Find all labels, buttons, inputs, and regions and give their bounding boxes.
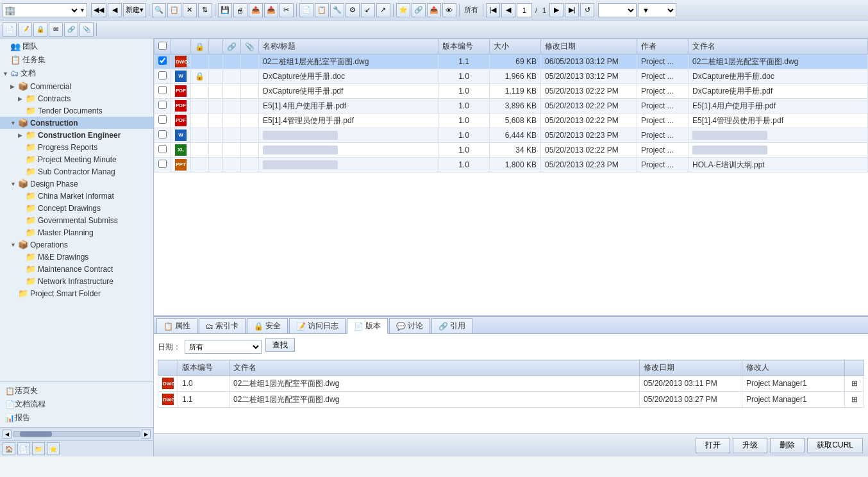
print-btn[interactable]: 🖨: [233, 3, 247, 17]
tab-access-log[interactable]: 📝 访问日志: [289, 318, 346, 333]
view-btn[interactable]: 👁: [442, 3, 456, 17]
sidebar-item-subcontractor[interactable]: 📁 Sub Contractor Manag: [0, 165, 153, 178]
open-btn[interactable]: 打开: [696, 438, 730, 453]
upgrade-btn[interactable]: 升级: [733, 438, 767, 453]
copy2-btn[interactable]: 📄: [299, 3, 313, 17]
version-search-btn[interactable]: 查找: [265, 338, 295, 352]
cut-btn[interactable]: ✂: [280, 3, 294, 17]
col-name[interactable]: 名称/标题: [259, 39, 438, 54]
sidebar-item-commercial[interactable]: ▶ 📦 Commercial: [0, 80, 153, 92]
tab-security[interactable]: 🔒 安全: [247, 318, 288, 333]
row-checkbox[interactable]: [158, 145, 167, 153]
page-input[interactable]: 1: [517, 3, 532, 17]
col-filename[interactable]: 文件名: [689, 39, 868, 54]
config-btn[interactable]: ⚙: [346, 3, 360, 17]
sidebar-item-gov[interactable]: 📁 Governmental Submiss: [0, 214, 153, 226]
nav-prev-btn[interactable]: ◀: [108, 3, 122, 17]
cell-checkbox[interactable]: [154, 143, 171, 158]
sidebar-item-network[interactable]: 📁 Network Infrastructure: [0, 275, 153, 287]
cell-checkbox[interactable]: [154, 158, 171, 172]
cell-name[interactable]: E5[1].4管理员使用手册.pdf: [259, 113, 438, 128]
row-checkbox[interactable]: [158, 71, 167, 80]
tools-btn[interactable]: 🔧: [330, 3, 344, 17]
cell-name[interactable]: E5[1].4用户使用手册.pdf: [259, 99, 438, 113]
table-row[interactable]: W 🔒 DxCapture使用手册.doc 1.0 1,966 KB 05/20…: [154, 69, 868, 84]
table-row[interactable]: PDF E5[1].4管理员使用手册.pdf 1.0 5,608 KB 05/2…: [154, 113, 868, 128]
table-row[interactable]: PDF E5[1].4用户使用手册.pdf 1.0 3,896 KB 05/20…: [154, 99, 868, 113]
row-checkbox[interactable]: [158, 101, 167, 109]
path-select[interactable]: Construction: [15, 4, 79, 17]
cell-name[interactable]: DxCapture使用手册.pdf: [259, 84, 438, 99]
paste-btn[interactable]: 📋: [315, 3, 329, 17]
tb2-send-btn[interactable]: ✉: [49, 22, 63, 37]
row-checkbox[interactable]: [158, 86, 167, 94]
last-page-btn[interactable]: ▶|: [565, 3, 579, 17]
footer-doc-btn[interactable]: 📄: [17, 442, 30, 455]
tb2-attach-btn[interactable]: 📎: [79, 22, 94, 37]
table-row[interactable]: DWG 02二桩组1层光配室平面图.dwg 1.1 69 KB 06/05/20…: [154, 54, 868, 69]
cell-checkbox[interactable]: [154, 99, 171, 113]
tb2-lock-btn[interactable]: 🔒: [33, 22, 47, 37]
scroll-right-btn[interactable]: ▶: [142, 430, 151, 439]
file-list-container[interactable]: 🔒 🔗 📎 名称/标题 版本编号 大小 修改日期 作者 文件名 DWG: [154, 38, 868, 315]
sort-btn[interactable]: ⇅: [198, 3, 212, 17]
upload-btn[interactable]: 📤: [249, 3, 263, 17]
col-version[interactable]: 版本编号: [438, 39, 490, 54]
sidebar-item-mne[interactable]: 📁 M&E Drawings: [0, 251, 153, 263]
sidebar-item-meeting[interactable]: 📁 Project Meeting Minute: [0, 153, 153, 165]
sidebar-item-activities[interactable]: 📋 活页夹: [3, 384, 151, 398]
cell-checkbox[interactable]: [154, 113, 171, 128]
first-page-btn[interactable]: |◀: [486, 3, 500, 17]
delete-file-btn[interactable]: 删除: [770, 438, 805, 453]
tb2-prop-btn[interactable]: 📄: [3, 22, 17, 37]
cell-checkbox[interactable]: [154, 54, 171, 69]
sidebar-item-reports[interactable]: 📊 报告: [3, 411, 151, 424]
star-btn[interactable]: ⭐: [396, 3, 410, 17]
col-size[interactable]: 大小: [490, 39, 541, 54]
scrollbar-track[interactable]: [13, 431, 140, 437]
sidebar-item-docs[interactable]: ▼ 🗂 文档: [0, 67, 153, 80]
select-all-checkbox[interactable]: [158, 42, 167, 50]
cell-name[interactable]: DxCapture使用手册.doc: [259, 69, 438, 84]
row-checkbox[interactable]: [158, 115, 167, 124]
sidebar-item-smartfolder[interactable]: 📁 Project Smart Folder: [0, 287, 153, 299]
cell-checkbox[interactable]: [154, 128, 171, 143]
nav-back-btn[interactable]: ◀◀: [91, 3, 106, 17]
sidebar-item-team[interactable]: 👥 团队: [0, 40, 153, 53]
tab-index[interactable]: 🗂 索引卡: [199, 318, 246, 333]
checkout-btn[interactable]: ↗: [376, 3, 390, 17]
scroll-left-btn[interactable]: ◀: [3, 430, 12, 439]
sidebar-item-workflow[interactable]: 📄 文档流程: [3, 398, 151, 411]
filter-select[interactable]: 所有: [598, 3, 637, 17]
table-row[interactable]: W 1.0 6,444 KB 05/20/2013 02:23 PM Proje…: [154, 128, 868, 143]
sidebar-item-master[interactable]: 📁 Master Planning: [0, 226, 153, 238]
tab-reference[interactable]: 🔗 引用: [431, 318, 472, 333]
cell-checkbox[interactable]: [154, 84, 171, 99]
delete-btn[interactable]: ✕: [183, 3, 197, 17]
download-btn[interactable]: 📥: [264, 3, 278, 17]
copy-btn[interactable]: 📋: [167, 3, 181, 17]
table-row[interactable]: XL 1.0 34 KB 05/20/2013 02:22 PM Project…: [154, 143, 868, 158]
footer-star-btn[interactable]: ⭐: [47, 442, 60, 455]
cell-checkbox[interactable]: [154, 69, 171, 84]
sidebar-item-progress[interactable]: 📁 Progress Reports: [0, 141, 153, 153]
row-checkbox[interactable]: [158, 160, 167, 168]
tab-version[interactable]: 📄 版本: [347, 318, 388, 334]
cell-name[interactable]: [259, 143, 438, 158]
row-checkbox[interactable]: [158, 130, 167, 138]
sidebar-item-tasks[interactable]: 📋 任务集: [0, 53, 153, 67]
col-date[interactable]: 修改日期: [541, 39, 637, 54]
search-btn[interactable]: 🔍: [152, 3, 166, 17]
sidebar-item-operations[interactable]: ▼ 📦 Operations: [0, 238, 153, 251]
table-row[interactable]: PPT 1.0 1,800 KB 05/20/2013 02:23 PM Pro…: [154, 158, 868, 172]
filter2-select[interactable]: ▼: [638, 3, 676, 17]
new-btn[interactable]: 新建▾: [123, 3, 146, 17]
cell-name[interactable]: [259, 128, 438, 143]
tb2-new-btn[interactable]: 📝: [18, 22, 32, 37]
sidebar-item-maintenance[interactable]: 📁 Maintenance Contract: [0, 263, 153, 275]
sidebar-item-tender[interactable]: 📁 Tender Documents: [0, 105, 153, 117]
get-curl-btn[interactable]: 获取CURL: [807, 438, 863, 453]
share-btn[interactable]: 📤: [427, 3, 441, 17]
tb2-link-btn[interactable]: 🔗: [64, 22, 78, 37]
version-row[interactable]: DWG 1.0 02二桩组1层光配室平面图.dwg 05/20/2013 03:…: [158, 376, 864, 392]
